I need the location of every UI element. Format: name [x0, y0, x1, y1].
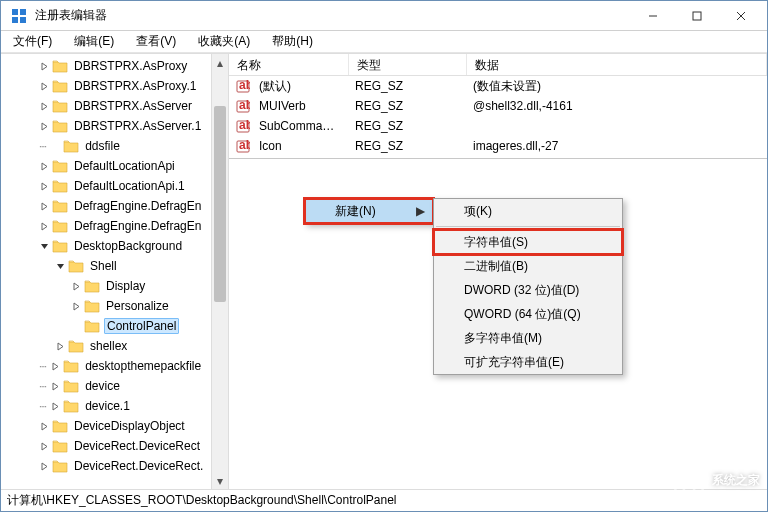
- value-row[interactable]: ab(默认)REG_SZ(数值未设置): [229, 76, 767, 96]
- expand-arrow-icon[interactable]: [39, 241, 50, 252]
- expand-arrow-icon[interactable]: [71, 301, 82, 312]
- expand-arrow-icon[interactable]: [39, 461, 50, 472]
- tree-item[interactable]: DBRSTPRX.AsProxy: [1, 56, 228, 76]
- tree-item[interactable]: ControlPanel: [1, 316, 228, 336]
- expand-arrow-icon[interactable]: [39, 221, 50, 232]
- value-row[interactable]: abSubCommandsREG_SZ: [229, 116, 767, 136]
- expand-arrow-icon[interactable]: [50, 141, 61, 152]
- expand-arrow-icon[interactable]: [50, 361, 61, 372]
- tree-item[interactable]: DesktopBackground: [1, 236, 228, 256]
- svg-text:ab: ab: [239, 99, 250, 112]
- svg-text:ab: ab: [239, 119, 250, 132]
- menu-item-label: 项(K): [464, 203, 492, 220]
- expand-arrow-icon[interactable]: [39, 161, 50, 172]
- svg-text:ab: ab: [239, 139, 250, 152]
- scroll-down-button[interactable]: ▾: [212, 472, 228, 489]
- menu-view[interactable]: 查看(V): [130, 31, 182, 52]
- expand-arrow-icon[interactable]: [39, 181, 50, 192]
- tree-item[interactable]: Personalize: [1, 296, 228, 316]
- maximize-button[interactable]: [675, 1, 719, 31]
- close-button[interactable]: [719, 1, 763, 31]
- menu-item-label: 新建(N): [335, 203, 376, 220]
- expand-arrow-icon[interactable]: [39, 61, 50, 72]
- tree-item[interactable]: DefaultLocationApi: [1, 156, 228, 176]
- expand-arrow-icon[interactable]: [39, 81, 50, 92]
- tree-item[interactable]: DeviceRect.DeviceRect: [1, 436, 228, 456]
- menu-item-multi[interactable]: 多字符串值(M): [434, 326, 622, 350]
- menu-item-qword[interactable]: QWORD (64 位)值(Q): [434, 302, 622, 326]
- tree-guide: ····: [39, 401, 50, 412]
- svg-rect-0: [12, 9, 18, 15]
- menu-item-label: QWORD (64 位)值(Q): [464, 306, 581, 323]
- svg-text:ab: ab: [239, 79, 250, 92]
- value-type: REG_SZ: [347, 99, 465, 113]
- tree-item[interactable]: DefragEngine.DefragEn: [1, 216, 228, 236]
- tree-item[interactable]: Display: [1, 276, 228, 296]
- scroll-up-button[interactable]: ▴: [212, 54, 228, 71]
- expand-arrow-icon[interactable]: [39, 441, 50, 452]
- folder-icon: [52, 179, 68, 193]
- expand-arrow-icon[interactable]: [55, 341, 66, 352]
- tree-item-label: DefragEngine.DefragEn: [72, 219, 203, 233]
- tree-item[interactable]: shellex: [1, 336, 228, 356]
- menu-item-dword[interactable]: DWORD (32 位)值(D): [434, 278, 622, 302]
- tree-guide: ····: [39, 141, 50, 152]
- tree-item[interactable]: DBRSTPRX.AsServer.1: [1, 116, 228, 136]
- tree-item-label: DesktopBackground: [72, 239, 184, 253]
- expand-arrow-icon[interactable]: [39, 101, 50, 112]
- expand-arrow-icon[interactable]: [71, 281, 82, 292]
- column-data[interactable]: 数据: [467, 54, 767, 75]
- folder-icon: [52, 99, 68, 113]
- expand-arrow-icon[interactable]: [71, 321, 82, 332]
- tree-item[interactable]: DBRSTPRX.AsServer: [1, 96, 228, 116]
- column-name[interactable]: 名称: [229, 54, 349, 75]
- folder-icon: [84, 319, 100, 333]
- folder-icon: [52, 239, 68, 253]
- menu-item-new[interactable]: 新建(N) ▶: [305, 199, 433, 223]
- menu-item-key[interactable]: 项(K): [434, 199, 622, 223]
- svg-rect-1: [20, 9, 26, 15]
- expand-arrow-icon[interactable]: [50, 381, 61, 392]
- tree-item[interactable]: ····device: [1, 376, 228, 396]
- menu-item-binary[interactable]: 二进制值(B): [434, 254, 622, 278]
- divider: [229, 158, 767, 159]
- tree-scrollbar[interactable]: ▴ ▾: [211, 54, 228, 489]
- expand-arrow-icon[interactable]: [55, 261, 66, 272]
- menu-item-label: 二进制值(B): [464, 258, 528, 275]
- menu-favorites[interactable]: 收藏夹(A): [192, 31, 256, 52]
- tree-item[interactable]: ····ddsfile: [1, 136, 228, 156]
- value-row[interactable]: abMUIVerbREG_SZ@shell32.dll,-4161: [229, 96, 767, 116]
- string-value-icon: ab: [235, 78, 251, 94]
- folder-icon: [68, 259, 84, 273]
- minimize-button[interactable]: [631, 1, 675, 31]
- expand-arrow-icon[interactable]: [39, 201, 50, 212]
- expand-arrow-icon[interactable]: [39, 121, 50, 132]
- tree-item[interactable]: DBRSTPRX.AsProxy.1: [1, 76, 228, 96]
- menu-help[interactable]: 帮助(H): [266, 31, 319, 52]
- tree-item[interactable]: DefragEngine.DefragEn: [1, 196, 228, 216]
- scroll-thumb[interactable]: [214, 106, 226, 302]
- menu-file[interactable]: 文件(F): [7, 31, 58, 52]
- column-type[interactable]: 类型: [349, 54, 467, 75]
- folder-icon: [52, 419, 68, 433]
- window-title: 注册表编辑器: [33, 7, 631, 24]
- svg-rect-3: [20, 17, 26, 23]
- value-data: @shell32.dll,-4161: [465, 99, 767, 113]
- menu-item-expand[interactable]: 可扩充字符串值(E): [434, 350, 622, 374]
- menu-item-string[interactable]: 字符串值(S): [434, 230, 622, 254]
- tree-item-label: DefragEngine.DefragEn: [72, 199, 203, 213]
- tree-item[interactable]: DefaultLocationApi.1: [1, 176, 228, 196]
- tree-item-label: DeviceDisplayObject: [72, 419, 187, 433]
- folder-icon: [52, 439, 68, 453]
- tree-item[interactable]: Shell: [1, 256, 228, 276]
- tree-item[interactable]: DeviceRect.DeviceRect.: [1, 456, 228, 476]
- expand-arrow-icon[interactable]: [39, 421, 50, 432]
- tree-item[interactable]: ····desktopthemepackfile: [1, 356, 228, 376]
- tree-item[interactable]: ····device.1: [1, 396, 228, 416]
- tree-item[interactable]: DeviceDisplayObject: [1, 416, 228, 436]
- value-name: Icon: [251, 139, 347, 153]
- value-row[interactable]: abIconREG_SZimageres.dll,-27: [229, 136, 767, 156]
- menu-edit[interactable]: 编辑(E): [68, 31, 120, 52]
- expand-arrow-icon[interactable]: [50, 401, 61, 412]
- menu-item-label: DWORD (32 位)值(D): [464, 282, 579, 299]
